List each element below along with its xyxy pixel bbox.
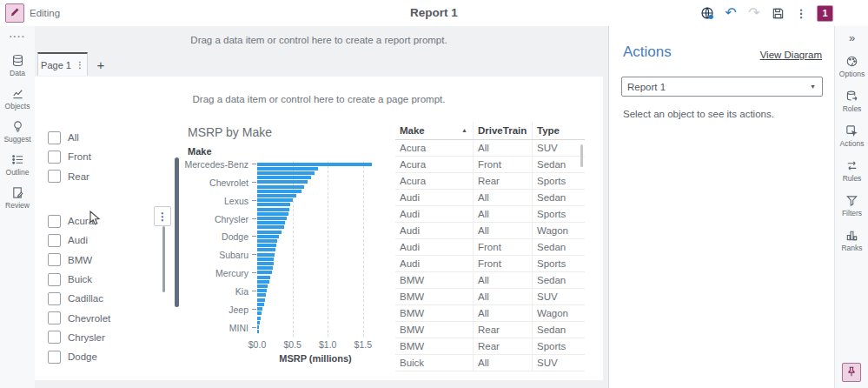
list-item[interactable]: Front	[48, 147, 91, 166]
table-row[interactable]: BMWAllWagon	[395, 305, 585, 322]
object-menu-button[interactable]: ⋮	[154, 206, 171, 226]
column-header[interactable]: Type	[533, 122, 585, 139]
table-row[interactable]: AcuraAllSUV	[395, 140, 585, 157]
view-diagram-link[interactable]: View Diagram	[760, 50, 822, 60]
checkbox[interactable]	[48, 234, 61, 247]
bar[interactable]	[257, 276, 270, 279]
bar[interactable]	[257, 307, 262, 311]
data-table[interactable]: Make▲DriveTrainTypeAcuraAllSUVAcuraFront…	[395, 122, 585, 371]
bar[interactable]	[257, 171, 315, 175]
globe-icon[interactable]	[699, 5, 715, 21]
sidebar-item-options[interactable]: Options	[835, 49, 868, 84]
checkbox[interactable]	[48, 273, 61, 286]
table-row[interactable]: BMWAllSedan	[395, 272, 585, 289]
bar[interactable]	[257, 266, 273, 270]
checkbox[interactable]	[48, 215, 61, 228]
bar[interactable]	[257, 217, 287, 220]
checkbox[interactable]	[48, 131, 61, 144]
bar[interactable]	[257, 180, 308, 184]
sidebar-item-ranks[interactable]: Ranks	[835, 223, 868, 258]
checkbox[interactable]	[48, 170, 61, 183]
object-selector-dropdown[interactable]: Report 1 ▼	[621, 77, 823, 97]
bar[interactable]	[257, 262, 274, 265]
avatar[interactable]: 1	[817, 5, 833, 22]
bar[interactable]	[257, 293, 266, 297]
bar[interactable]	[257, 311, 262, 315]
list-item[interactable]: Chrysler	[48, 328, 110, 347]
bar[interactable]	[257, 198, 293, 202]
bar[interactable]	[257, 321, 260, 324]
sidebar-item-suggest[interactable]: Suggest	[0, 115, 35, 148]
bar[interactable]	[257, 235, 279, 238]
bar[interactable]	[257, 231, 282, 234]
bar[interactable]	[257, 325, 259, 329]
checkbox[interactable]	[48, 331, 61, 344]
sidebar-item-data[interactable]: Data	[0, 49, 35, 82]
pin-panel-button[interactable]	[842, 363, 861, 382]
checkbox[interactable]	[48, 311, 61, 324]
bar[interactable]	[257, 271, 272, 274]
table-scrollbar[interactable]	[580, 144, 583, 167]
bar[interactable]	[257, 303, 264, 306]
collapse-panel-icon[interactable]: »	[835, 31, 868, 44]
add-page-button[interactable]: +	[92, 56, 109, 73]
list-item[interactable]: BMW	[48, 251, 110, 270]
table-row[interactable]: BMWRearSports	[395, 338, 585, 355]
table-row[interactable]: BMWAllSUV	[395, 289, 585, 305]
tab-page-1[interactable]: Page 1 ⋮	[37, 52, 88, 76]
bar[interactable]	[257, 298, 265, 302]
sidebar-item-outline[interactable]: Outline	[0, 148, 35, 181]
bar[interactable]	[257, 176, 311, 179]
table-row[interactable]: AudiFrontSports	[395, 256, 585, 272]
bar[interactable]	[257, 280, 269, 284]
bar[interactable]	[257, 190, 301, 193]
bar[interactable]	[257, 194, 296, 197]
table-row[interactable]: BMWRearSedan	[395, 322, 585, 338]
bar[interactable]	[257, 244, 276, 247]
bar[interactable]	[257, 221, 285, 224]
sidebar-item-objects[interactable]: Objects	[0, 82, 35, 115]
list-item[interactable]: Chevrolet	[48, 308, 110, 327]
sidebar-item-actions[interactable]: Actions	[835, 118, 868, 153]
table-row[interactable]: AcuraRearSports	[395, 173, 585, 190]
sidebar-item-rules[interactable]: Rules	[835, 153, 868, 188]
column-header[interactable]: Make▲	[395, 122, 474, 139]
bar[interactable]	[257, 317, 261, 320]
page-prompt-dropzone[interactable]: Drag a data item or control here to crea…	[35, 94, 603, 104]
sidebar-item-roles[interactable]: Roles	[835, 84, 868, 118]
column-header[interactable]: DriveTrain	[474, 122, 533, 139]
list-scrollbar[interactable]	[162, 226, 165, 292]
more-dots-icon[interactable]: ····	[0, 31, 35, 42]
save-icon[interactable]	[770, 5, 785, 21]
sidebar-item-review[interactable]: Review	[0, 181, 35, 214]
undo-icon[interactable]: ↶	[723, 5, 739, 21]
table-row[interactable]: AudiAllSports	[395, 206, 585, 223]
table-row[interactable]: BuickAllSUV	[395, 355, 585, 371]
bar[interactable]	[257, 248, 275, 251]
redo-icon[interactable]: ↷	[746, 5, 762, 21]
report-prompt-dropzone[interactable]: Drag a data item or control here to crea…	[35, 26, 603, 52]
checkbox[interactable]	[48, 292, 61, 305]
bar[interactable]	[257, 225, 284, 229]
bar[interactable]	[257, 330, 259, 333]
bar[interactable]	[257, 185, 304, 189]
bar-chart-msrp-by-make[interactable]: MSRP by Make Make Mercedes-BenzChevrolet…	[182, 125, 388, 378]
tab-menu-icon[interactable]: ⋮	[76, 60, 84, 70]
bar[interactable]	[257, 208, 289, 211]
sidebar-item-filters[interactable]: Filters	[835, 188, 868, 223]
bar[interactable]	[257, 258, 274, 261]
bar[interactable]	[257, 163, 372, 166]
list-item[interactable]: Cadillac	[48, 289, 110, 308]
checkbox[interactable]	[48, 253, 61, 266]
list-item[interactable]: All	[48, 128, 91, 147]
table-row[interactable]: AudiAllWagon	[395, 223, 585, 239]
checkbox[interactable]	[48, 351, 61, 364]
bar[interactable]	[257, 289, 267, 292]
bar[interactable]	[257, 167, 318, 171]
bar[interactable]	[257, 284, 268, 288]
table-row[interactable]: AcuraFrontSedan	[395, 157, 585, 173]
bar[interactable]	[257, 253, 275, 257]
bar[interactable]	[257, 203, 290, 206]
checkbox[interactable]	[48, 151, 61, 164]
object-resize-handle[interactable]	[175, 157, 179, 307]
